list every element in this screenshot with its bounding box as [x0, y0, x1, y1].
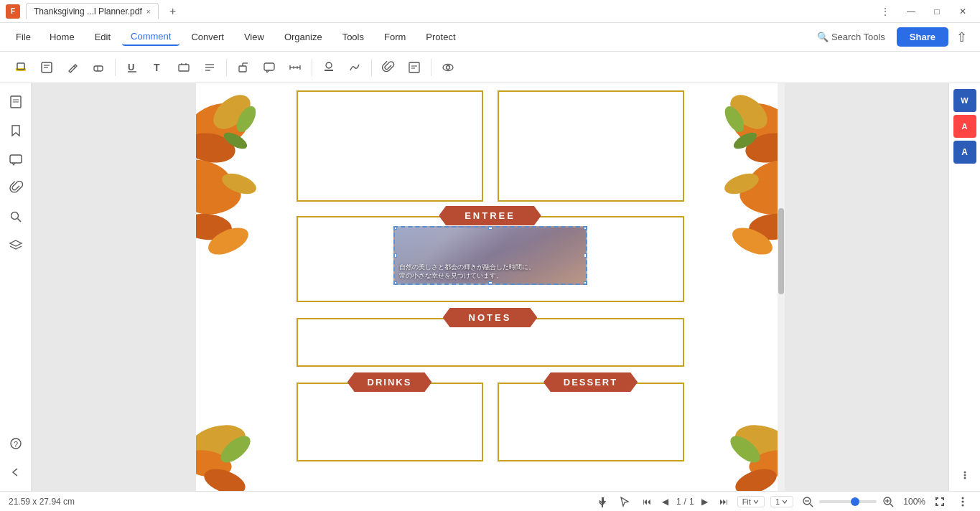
tool-textbox[interactable]: [172, 55, 196, 80]
svg-line-75: [890, 504, 893, 507]
tool-pen[interactable]: [60, 55, 85, 80]
notes-section: NOTES: [297, 318, 684, 367]
prev-page-btn[interactable]: ◀: [658, 494, 673, 510]
next-page-btn[interactable]: ▶: [697, 494, 713, 510]
tool-stamp[interactable]: [317, 55, 341, 80]
tool-text-comment[interactable]: [34, 55, 59, 80]
svg-text:T: T: [154, 62, 160, 73]
menu-home[interactable]: Home: [41, 29, 83, 45]
svg-point-69: [963, 474, 966, 477]
active-tab[interactable]: Thanksgiving ...l Planner.pdf ×: [26, 3, 159, 19]
tool-attach[interactable]: [376, 55, 401, 80]
separator-2: [226, 59, 227, 76]
scrollbar-thumb[interactable]: [778, 208, 784, 294]
sidebar-pages[interactable]: [3, 89, 29, 115]
tool-highlight[interactable]: [9, 55, 33, 80]
right-plugin-1[interactable]: W: [953, 89, 976, 112]
sidebar-help[interactable]: ?: [3, 431, 29, 456]
tool-shapes[interactable]: [231, 55, 256, 80]
sidebar-prev-page[interactable]: [3, 459, 29, 485]
main-area: ?: [0, 83, 980, 491]
fullscreen-btn[interactable]: [931, 493, 948, 510]
handle-tm[interactable]: [488, 226, 493, 230]
tool-eraser[interactable]: [86, 55, 111, 80]
menu-protect[interactable]: Protect: [417, 29, 464, 45]
drinks-banner: DRINKS: [347, 372, 432, 392]
right-plugin-ai[interactable]: A: [953, 115, 976, 138]
handle-bl[interactable]: [393, 281, 397, 285]
tool-underline[interactable]: U: [120, 55, 144, 80]
sidebar-comments[interactable]: [3, 146, 29, 172]
tool-measure[interactable]: [283, 55, 307, 80]
right-plugin-word[interactable]: A: [953, 141, 976, 164]
sidebar-search[interactable]: [3, 204, 29, 230]
upload-button[interactable]: ⇧: [951, 27, 971, 47]
maximize-button[interactable]: □: [925, 4, 948, 19]
close-button[interactable]: ✕: [951, 4, 974, 19]
settings-button[interactable]: ⋮: [874, 4, 897, 19]
page-size-selector[interactable]: Fit: [737, 496, 765, 507]
zoom-percentage: 100%: [900, 497, 925, 507]
sidebar-attachments[interactable]: [3, 175, 29, 201]
menu-view[interactable]: View: [235, 29, 273, 45]
new-tab-button[interactable]: +: [164, 3, 182, 20]
menu-organize[interactable]: Organize: [276, 29, 331, 45]
sidebar-bookmarks[interactable]: [3, 118, 29, 144]
menu-edit[interactable]: Edit: [86, 29, 119, 45]
image-selection-box[interactable]: 自然の美しさと都会の輝きが融合した時間に、 常の小さな幸せを見つけています。: [393, 226, 587, 285]
tool-edit[interactable]: [402, 55, 426, 80]
svg-rect-5: [94, 66, 103, 71]
app-icon: F: [6, 4, 20, 19]
svg-point-43: [196, 154, 235, 199]
drinks-content-box: [297, 383, 483, 461]
zoom-out-btn[interactable]: [799, 493, 816, 510]
dimensions-display: 21.59 x 27.94 cm: [9, 497, 75, 507]
menu-tools[interactable]: Tools: [334, 29, 373, 45]
view-mode-label: 1: [775, 497, 780, 506]
search-tools-button[interactable]: 🔍 Search Tools: [808, 29, 894, 45]
tool-view[interactable]: [436, 55, 460, 80]
svg-text:?: ?: [14, 440, 18, 449]
svg-point-66: [726, 431, 765, 468]
dessert-banner: DESSERT: [543, 372, 638, 392]
svg-point-45: [221, 129, 249, 152]
left-sidebar: ?: [0, 83, 32, 491]
zoom-slider[interactable]: [819, 500, 877, 503]
zoom-in-btn[interactable]: [879, 493, 897, 510]
tool-list[interactable]: [197, 55, 222, 80]
page-size-label: Fit: [742, 497, 751, 506]
tool-text[interactable]: T: [146, 55, 170, 80]
handle-bm[interactable]: [488, 281, 493, 285]
handle-tl[interactable]: [393, 226, 397, 230]
svg-point-70: [963, 477, 966, 479]
drinks-col: DRINKS: [297, 383, 483, 461]
cursor-tools: [594, 493, 633, 510]
svg-point-58: [721, 103, 747, 136]
menu-form[interactable]: Form: [375, 29, 414, 45]
minimize-button[interactable]: —: [900, 4, 923, 19]
more-options-btn[interactable]: [954, 493, 971, 510]
menu-comment[interactable]: Comment: [122, 28, 179, 46]
handle-ml[interactable]: [393, 253, 397, 258]
select-tool-btn[interactable]: [616, 493, 633, 510]
right-customize[interactable]: [955, 465, 975, 485]
tab-close-button[interactable]: ×: [146, 8, 151, 16]
tool-comment-bubble[interactable]: [257, 55, 281, 80]
menu-file[interactable]: File: [9, 29, 38, 45]
top-left-box: [297, 90, 483, 202]
share-button[interactable]: Share: [897, 27, 948, 47]
view-mode-selector[interactable]: 1: [770, 496, 793, 507]
tool-signature[interactable]: [342, 55, 367, 80]
handle-br[interactable]: [584, 281, 587, 285]
handle-mr[interactable]: [584, 253, 587, 258]
svg-point-79: [962, 500, 964, 502]
last-page-btn[interactable]: ⏭: [716, 494, 732, 510]
sidebar-layers[interactable]: [3, 233, 29, 258]
first-page-btn[interactable]: ⏮: [639, 494, 655, 510]
zoom-thumb[interactable]: [851, 497, 859, 506]
hand-tool-btn[interactable]: [594, 493, 612, 510]
handle-tr[interactable]: [584, 226, 587, 230]
menu-convert[interactable]: Convert: [182, 29, 233, 45]
svg-point-36: [11, 212, 18, 220]
toolbar: U T: [0, 52, 980, 83]
